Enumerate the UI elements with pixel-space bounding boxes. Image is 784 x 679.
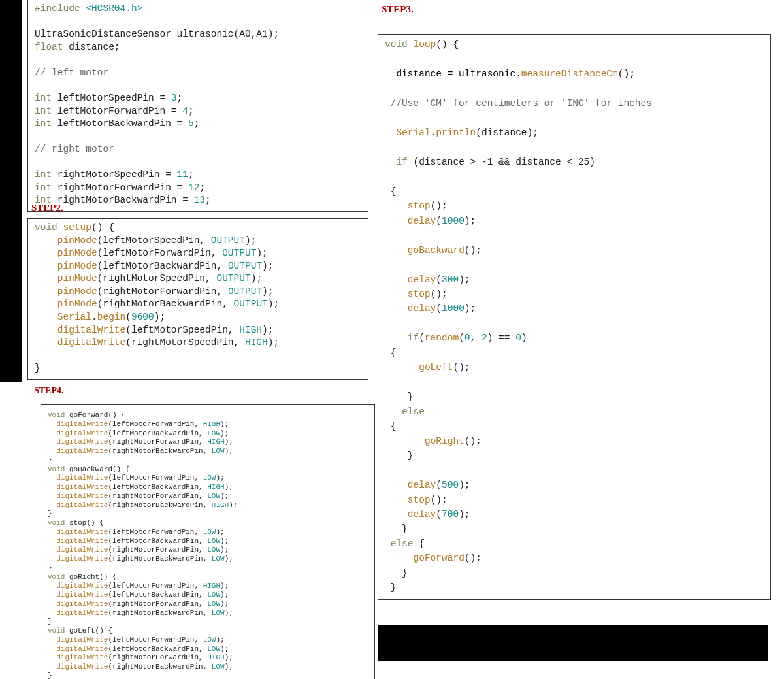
step4-label: STEP4. — [34, 386, 64, 396]
page: #include <HCSR04.h> UltraSonicDistanceSe… — [0, 0, 784, 679]
step3-code: void loop() { distance = ultrasonic.meas… — [378, 34, 771, 600]
kw-include: #include — [35, 3, 80, 14]
fn-loop: loop — [414, 39, 436, 50]
fn-stop: stop — [408, 201, 431, 211]
step2-label: STEP2. — [31, 203, 63, 214]
fn-goleft: goLeft — [419, 362, 453, 373]
kw-void: void — [48, 411, 65, 419]
fn-goright: goRight — [425, 436, 465, 446]
kw-else: else — [402, 406, 425, 417]
step3-label: STEP3. — [382, 4, 414, 15]
kw-int: int — [35, 169, 52, 180]
step1-code: #include <HCSR04.h> UltraSonicDistanceSe… — [27, 0, 368, 212]
fn-digitalwrite: digitalWrite — [57, 325, 125, 335]
fn-gobackward: goBackward — [408, 245, 465, 256]
fn-random: random — [425, 333, 459, 343]
var-distance: distance; — [63, 42, 120, 52]
kw-int: int — [35, 93, 52, 103]
fn-goforward: goForward — [414, 553, 465, 563]
step2-code: void setup() { pinMode(leftMotorSpeedPin… — [27, 218, 368, 380]
kw-void: void — [385, 39, 408, 50]
kw-void: void — [35, 222, 57, 233]
kw-if: if — [396, 157, 407, 167]
kw-int: int — [35, 118, 52, 129]
obj-serial: Serial — [57, 312, 91, 322]
comment-left-motor: // left motor — [35, 67, 108, 78]
include-header: <HCSR04.h> — [80, 3, 143, 14]
fn-measuredistancecm: measureDistanceCm — [521, 69, 618, 79]
comment-right-motor: // right motor — [35, 144, 114, 154]
fn-delay: delay — [408, 216, 436, 226]
kw-int: int — [35, 182, 52, 193]
fn-setup: setup — [63, 222, 92, 233]
comment-units: //Use 'CM' for centimeters or 'INC' for … — [385, 98, 652, 108]
fn-println: println — [436, 127, 476, 138]
kw-int: int — [35, 106, 52, 116]
obj-serial: Serial — [396, 127, 430, 138]
kw-float: float — [35, 42, 63, 52]
bottom-black-strip — [378, 625, 768, 661]
kw-else: else — [391, 538, 414, 549]
line: UltraSonicDistanceSensor ultrasonic(A0,A… — [35, 29, 279, 39]
step4-code: void goForward() { digitalWrite(leftMoto… — [41, 404, 375, 679]
fn-begin: begin — [97, 312, 126, 322]
left-black-strip — [0, 0, 22, 382]
fn-pinmode: pinMode — [57, 235, 97, 246]
kw-if: if — [408, 333, 419, 343]
